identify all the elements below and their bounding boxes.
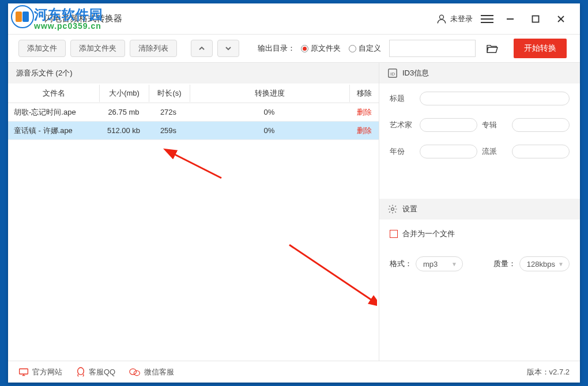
folder-open-icon	[486, 43, 499, 54]
format-select[interactable]: mp3▼	[416, 256, 463, 271]
settings-header: 设置	[379, 199, 580, 220]
merge-label: 合并为一个文件	[402, 229, 455, 239]
svg-point-16	[78, 368, 84, 374]
login-label: 未登录	[450, 14, 473, 24]
col-delete: 移除	[350, 88, 379, 99]
titlebar: 闪电音频格式转换器 未登录	[8, 3, 580, 35]
wechat-support-link[interactable]: 微信客服	[129, 367, 174, 377]
toolbar: 添加文件 添加文件夹 清除列表 输出目录： 原文件夹 自定义 开始转换	[8, 35, 580, 62]
id3-album-label: 专辑	[482, 120, 507, 130]
col-dur: 时长(s)	[149, 88, 190, 99]
id3-artist-input[interactable]	[420, 118, 477, 132]
add-folder-button[interactable]: 添加文件夹	[70, 40, 125, 57]
output-dir-label: 输出目录：	[258, 43, 295, 54]
file-list-header: 源音乐文件 (2个)	[8, 63, 379, 84]
watermark-logo	[11, 5, 34, 28]
format-label: 格式：	[390, 259, 412, 269]
file-list-panel: 源音乐文件 (2个) 文件名 大小(mb) 时长(s) 转换进度 移除 胡歌-忘…	[8, 63, 379, 361]
right-panel: ID ID3信息 标题 艺术家 专辑 年份 流派 设置 合并为一个文	[379, 63, 580, 361]
col-size: 大小(mb)	[100, 88, 149, 99]
version-label: 版本：v2.7.2	[527, 367, 570, 377]
svg-text:ID: ID	[390, 71, 395, 77]
id3-year-input[interactable]	[420, 145, 477, 158]
id3-album-input[interactable]	[512, 118, 570, 132]
id3-genre-input[interactable]	[512, 145, 570, 158]
table-row[interactable]: 胡歌-忘记时间.ape 26.75 mb 272s 0% 删除	[8, 103, 379, 122]
official-site-link[interactable]: 官方网站	[18, 367, 62, 377]
quality-label: 质量：	[493, 259, 516, 269]
svg-rect-2	[22, 12, 29, 22]
output-path-input[interactable]	[389, 40, 476, 57]
quality-select[interactable]: 128kbps▼	[519, 256, 570, 271]
wechat-icon	[129, 368, 141, 377]
start-convert-button[interactable]: 开始转换	[514, 39, 567, 58]
id3-year-label: 年份	[390, 146, 415, 157]
col-progress: 转换进度	[190, 88, 349, 99]
delete-row-button[interactable]: 删除	[350, 107, 379, 118]
id3-genre-label: 流派	[482, 146, 507, 157]
svg-rect-13	[20, 369, 28, 374]
radio-source-folder[interactable]	[301, 45, 308, 52]
svg-rect-5	[533, 16, 539, 22]
move-down-button[interactable]	[217, 40, 239, 57]
id3-title-label: 标题	[390, 93, 415, 104]
close-button[interactable]	[552, 10, 570, 28]
radio-custom-folder[interactable]	[349, 45, 356, 52]
login-button[interactable]: 未登录	[436, 13, 473, 25]
app-window: 闪电音频格式转换器 未登录 添加文件 添加文件夹 清除列表 输出目录： 原文件夹…	[8, 3, 580, 383]
user-icon	[436, 13, 447, 25]
col-name: 文件名	[8, 88, 99, 99]
move-up-button[interactable]	[191, 40, 213, 57]
add-file-button[interactable]: 添加文件	[18, 40, 66, 57]
table-header: 文件名 大小(mb) 时长(s) 转换进度 移除	[8, 84, 379, 103]
svg-rect-1	[16, 12, 22, 22]
svg-point-10	[391, 208, 394, 211]
delete-row-button[interactable]: 删除	[350, 126, 379, 136]
main-area: 源音乐文件 (2个) 文件名 大小(mb) 时长(s) 转换进度 移除 胡歌-忘…	[8, 62, 580, 361]
clear-list-button[interactable]: 清除列表	[130, 40, 177, 57]
id-icon: ID	[387, 68, 398, 78]
qq-support-link[interactable]: 客服QQ	[76, 367, 115, 377]
minimize-button[interactable]	[502, 10, 519, 28]
radio-custom-label: 自定义	[359, 43, 381, 54]
browse-button[interactable]	[483, 40, 502, 57]
gear-icon	[387, 204, 398, 214]
app-title: 闪电音频格式转换器	[44, 13, 122, 24]
monitor-icon	[18, 368, 29, 377]
svg-point-18	[134, 370, 140, 375]
maximize-button[interactable]	[527, 10, 544, 28]
statusbar: 官方网站 客服QQ 微信客服 版本：v2.7.2	[8, 361, 580, 383]
table-row[interactable]: 童话镇 - 许娜.ape 512.00 kb 259s 0% 删除	[8, 122, 379, 140]
radio-source-label: 原文件夹	[311, 43, 341, 54]
merge-checkbox[interactable]	[390, 230, 398, 238]
svg-point-3	[440, 15, 444, 19]
id3-title-input[interactable]	[420, 92, 570, 105]
menu-button[interactable]	[481, 15, 493, 23]
svg-point-17	[130, 369, 137, 374]
qq-icon	[76, 367, 85, 377]
id3-artist-label: 艺术家	[390, 120, 415, 130]
id3-header: ID ID3信息	[379, 63, 580, 84]
